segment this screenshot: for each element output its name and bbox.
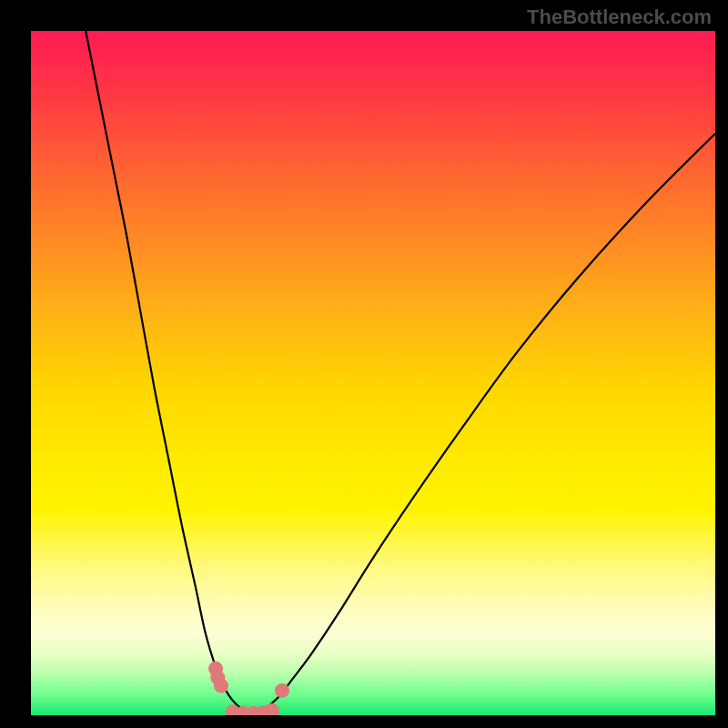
marker-group-left <box>208 662 228 693</box>
curve-right-branch <box>264 134 715 710</box>
watermark-text: TheBottleneck.com <box>527 5 712 29</box>
bottleneck-chart: TheBottleneck.com <box>0 0 728 728</box>
data-point-marker <box>214 679 228 693</box>
plot-area <box>31 31 715 715</box>
marker-group-flat <box>226 703 279 715</box>
marker-group-right <box>275 683 289 698</box>
curve-left-branch <box>86 31 243 710</box>
data-point-marker <box>265 703 279 715</box>
data-point-marker <box>275 683 289 698</box>
curve-layer <box>31 31 715 715</box>
